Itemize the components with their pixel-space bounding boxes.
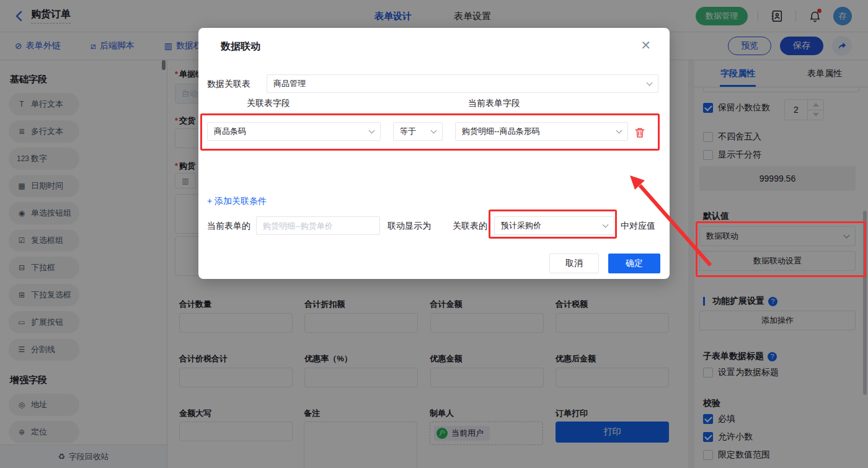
corresponding-value-label: 中对应值 — [621, 221, 655, 232]
related-table-label: 关联表的 — [453, 221, 487, 232]
condition-form-field-select[interactable]: 购货明细--商品条形码 — [455, 122, 628, 141]
trash-icon — [634, 127, 645, 138]
chevron-down-icon — [647, 80, 653, 86]
condition-operator-value: 等于 — [400, 126, 416, 137]
condition-field-value: 商品条码 — [214, 126, 246, 137]
confirm-button[interactable]: 确定 — [608, 254, 660, 273]
condition-form-field-value: 购货明细--商品条形码 — [462, 126, 540, 137]
relation-table-label: 数据关联表 — [207, 79, 250, 90]
current-form-field-input[interactable] — [256, 216, 380, 235]
condition-field-select[interactable]: 商品条码 — [207, 122, 381, 141]
condition-operator-select[interactable]: 等于 — [393, 122, 443, 141]
relation-table-value: 商品管理 — [273, 78, 306, 89]
cancel-button[interactable]: 取消 — [549, 254, 599, 273]
current-form-label: 当前表单的 — [207, 221, 250, 232]
dialog-title: 数据联动 — [221, 40, 260, 53]
add-condition-link[interactable]: + 添加关联条件 — [207, 196, 267, 207]
related-field-select[interactable]: 预计采购价 — [494, 216, 614, 235]
chevron-down-icon — [616, 128, 622, 134]
close-icon[interactable]: ✕ — [640, 39, 651, 51]
data-linkage-dialog: 数据联动 ✕ 数据关联表 商品管理 关联表字段 当前表单字段 商品条码 等于 购… — [198, 28, 670, 279]
display-as-label: 联动显示为 — [388, 221, 431, 232]
chevron-down-icon — [431, 128, 437, 134]
app-window: 购货订单 表单设计 表单设置 数据管理 存 ⊘ 表单外链 ⧄ 后端脚本 — [0, 0, 868, 468]
related-field-value: 预计采购价 — [501, 220, 541, 231]
column-header-form-field: 当前表单字段 — [468, 98, 520, 109]
relation-table-select[interactable]: 商品管理 — [267, 74, 658, 93]
chevron-down-icon — [369, 128, 375, 134]
chevron-down-icon — [603, 222, 609, 228]
column-header-related-field: 关联表字段 — [247, 98, 290, 109]
delete-condition-button[interactable] — [634, 127, 645, 138]
